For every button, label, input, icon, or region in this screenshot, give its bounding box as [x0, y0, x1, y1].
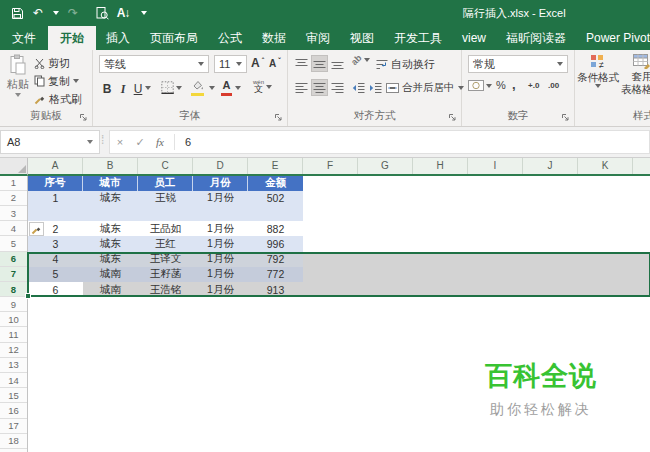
align-left-icon[interactable] — [293, 79, 310, 96]
name-box[interactable]: A8 — [0, 130, 100, 154]
comma-style-button[interactable]: , — [512, 77, 516, 92]
column-header[interactable]: G — [358, 158, 413, 174]
cell[interactable] — [193, 206, 248, 221]
cell[interactable]: 城东 — [83, 252, 138, 267]
cell[interactable]: 772 — [248, 267, 303, 282]
underline-button[interactable]: U — [132, 81, 144, 97]
cell[interactable]: 城东 — [83, 221, 138, 236]
bottom-align-icon[interactable] — [329, 55, 346, 72]
select-all-corner[interactable] — [0, 158, 28, 176]
middle-align-icon[interactable] — [311, 55, 328, 72]
row-header[interactable]: 17 — [0, 419, 27, 434]
cell[interactable]: 城南 — [83, 267, 138, 282]
name-box-dropdown-icon[interactable] — [87, 140, 93, 144]
decrease-indent-icon[interactable] — [350, 79, 366, 96]
fill-color-dropdown-icon[interactable] — [209, 86, 215, 90]
cell[interactable]: 1月份 — [193, 191, 248, 206]
column-header[interactable]: A — [28, 158, 83, 174]
tab-data[interactable]: 数据 — [252, 26, 296, 50]
header-cell[interactable]: 序号 — [28, 176, 83, 191]
font-size-select[interactable]: 11 — [214, 55, 247, 73]
bold-button[interactable]: B — [100, 81, 114, 97]
paste-button[interactable]: 粘贴 — [3, 54, 33, 97]
cell[interactable]: 3 — [28, 236, 83, 251]
center-icon[interactable] — [311, 79, 328, 96]
row-headers[interactable]: 1 2 3 4 5 6 7 8 9 10 11 12 13 14 15 16 1… — [0, 176, 28, 452]
row-header-selected[interactable]: 8 — [0, 282, 27, 297]
top-align-icon[interactable] — [293, 55, 310, 72]
row-header[interactable]: 1 — [0, 176, 27, 191]
column-headers[interactable]: A B C D E F G H I J K — [28, 158, 650, 176]
underline-dropdown-icon[interactable] — [145, 86, 151, 90]
row-header[interactable]: 18 — [0, 434, 27, 449]
percent-style-button[interactable]: % — [496, 79, 506, 91]
copy-button[interactable]: 复制 — [34, 73, 79, 89]
tab-foxit-reader[interactable]: 福昕阅读器 — [496, 26, 576, 50]
header-cell[interactable]: 员工 — [138, 176, 193, 191]
format-painter-button[interactable]: 格式刷 — [34, 91, 82, 107]
cell[interactable]: 792 — [248, 252, 303, 267]
clipboard-dialog-launcher-icon[interactable] — [79, 113, 88, 122]
cell[interactable]: 996 — [248, 236, 303, 251]
cell[interactable]: 1月份 — [193, 282, 248, 297]
cell[interactable]: 王译文 — [138, 252, 193, 267]
formula-field[interactable]: × ✓ fx 6 — [109, 130, 650, 154]
row-header-selected[interactable]: 6 — [0, 252, 27, 267]
formula-bar-resize-handle[interactable]: ⁞ — [101, 133, 102, 147]
conditional-formatting-button[interactable]: ≠ 条件格式 — [577, 54, 619, 88]
row-header[interactable]: 10 — [0, 312, 27, 327]
cell[interactable] — [248, 206, 303, 221]
row-header[interactable]: 2 — [0, 191, 27, 206]
tab-review[interactable]: 审阅 — [296, 26, 340, 50]
row-header[interactable]: 14 — [0, 373, 27, 388]
font-name-select[interactable]: 等线 — [99, 55, 209, 73]
sheet-grid[interactable]: A B C D E F G H I J K 1 2 3 4 5 6 7 8 9 … — [0, 158, 650, 452]
paste-dropdown-icon[interactable] — [15, 93, 21, 97]
cell[interactable]: 1月份 — [193, 252, 248, 267]
format-as-table-button[interactable]: 套用 表格格式 — [621, 54, 650, 95]
merge-center-button[interactable]: 合并后居中 — [386, 80, 464, 96]
enter-icon[interactable]: ✓ — [130, 136, 150, 149]
tab-view-addin[interactable]: view — [452, 26, 496, 50]
cell[interactable]: 王锐 — [138, 191, 193, 206]
cell[interactable]: 城南 — [83, 282, 138, 297]
shrink-font-button[interactable]: Aˇ — [269, 58, 281, 69]
undo-dropdown-icon[interactable] — [53, 11, 59, 15]
cell[interactable]: 王红 — [138, 236, 193, 251]
cell[interactable]: 1月份 — [193, 221, 248, 236]
orientation-button[interactable]: ab — [351, 55, 370, 65]
accounting-format-button[interactable] — [468, 80, 492, 91]
phonetic-button[interactable]: wén文 — [253, 79, 272, 94]
undo-icon[interactable]: ↶ — [31, 4, 45, 22]
tab-page-layout[interactable]: 页面布局 — [140, 26, 208, 50]
print-preview-icon[interactable] — [95, 4, 109, 22]
font-color-dropdown-icon[interactable] — [235, 86, 241, 90]
fill-color-button[interactable] — [190, 79, 204, 96]
header-cell[interactable]: 月份 — [193, 176, 248, 191]
copy-dropdown-icon[interactable] — [73, 79, 79, 83]
cell[interactable]: 城东 — [83, 236, 138, 251]
row-header[interactable]: 4 — [0, 221, 27, 236]
increase-decimal-button[interactable]: +.0 — [528, 81, 539, 90]
cell[interactable]: 502 — [248, 191, 303, 206]
increase-indent-icon[interactable] — [367, 79, 383, 96]
tab-developer[interactable]: 开发工具 — [384, 26, 452, 50]
cell[interactable]: 5 — [28, 267, 83, 282]
cell[interactable]: 城东 — [83, 191, 138, 206]
tab-formulas[interactable]: 公式 — [208, 26, 252, 50]
row-header[interactable]: 9 — [0, 297, 27, 312]
row-header[interactable]: 5 — [0, 236, 27, 251]
fill-handle[interactable] — [25, 293, 31, 299]
row-header[interactable]: 12 — [0, 343, 27, 358]
cell[interactable]: 882 — [248, 221, 303, 236]
cancel-icon[interactable]: × — [110, 136, 130, 148]
tab-view[interactable]: 视图 — [340, 26, 384, 50]
cell[interactable]: 1 — [28, 191, 83, 206]
font-dialog-launcher-icon[interactable] — [274, 113, 283, 122]
insert-options-button[interactable] — [29, 222, 44, 236]
row-header[interactable]: 11 — [0, 327, 27, 342]
row-header-selected[interactable]: 7 — [0, 267, 27, 282]
column-header[interactable]: H — [413, 158, 468, 174]
customize-qat-icon[interactable] — [141, 11, 147, 15]
column-header[interactable]: D — [193, 158, 248, 174]
